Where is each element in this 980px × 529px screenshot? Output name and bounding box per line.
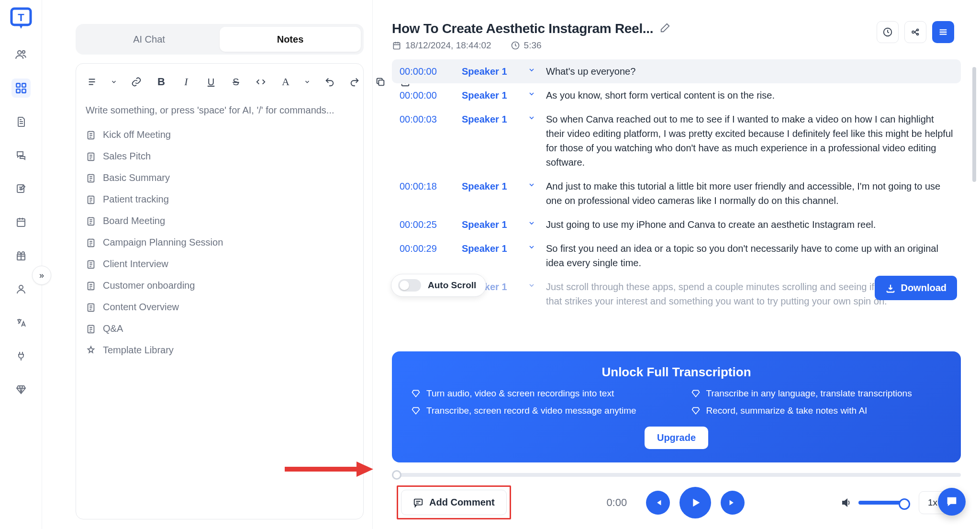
- unlock-title: Unlock Full Transcription: [411, 365, 942, 380]
- font-icon[interactable]: A: [279, 75, 292, 89]
- svg-point-28: [917, 34, 919, 35]
- add-comment-highlight: Add Comment: [397, 485, 511, 519]
- menu-button[interactable]: [932, 21, 954, 43]
- editor-card: B I U S A: [76, 63, 364, 519]
- expand-sidebar-button[interactable]: »: [32, 266, 51, 285]
- calendar-icon[interactable]: [11, 213, 31, 232]
- current-time: 0:00: [606, 496, 627, 509]
- progress-handle[interactable]: [392, 470, 401, 480]
- tab-ai-chat[interactable]: AI Chat: [78, 27, 220, 52]
- svg-point-3: [22, 51, 24, 53]
- svg-rect-9: [17, 219, 25, 226]
- help-chat-button[interactable]: [938, 488, 966, 516]
- code-icon[interactable]: [254, 75, 267, 89]
- svg-text:T: T: [18, 11, 24, 23]
- auto-scroll-label: Auto Scroll: [428, 280, 476, 291]
- svg-point-2: [17, 51, 21, 55]
- gift-icon[interactable]: [11, 246, 31, 265]
- annotation-arrow: [285, 460, 376, 479]
- tab-notes[interactable]: Notes: [220, 27, 361, 52]
- chat-icon[interactable]: [11, 146, 31, 165]
- italic-icon[interactable]: I: [179, 75, 193, 89]
- template-item[interactable]: Template Library: [86, 345, 354, 356]
- undo-icon[interactable]: [323, 75, 336, 89]
- history-button[interactable]: [877, 21, 899, 43]
- svg-point-11: [19, 285, 23, 289]
- notes-icon[interactable]: [11, 179, 31, 198]
- transcription-panel: How To Create Aesthetic Instagram Reel..…: [372, 0, 980, 529]
- unlock-feature: Transcribe in any language, translate tr…: [691, 388, 942, 399]
- template-item[interactable]: Campaign Planning Session: [86, 237, 354, 248]
- transcript-list[interactable]: 00:00:00Speaker 1What's up everyone?00:0…: [373, 56, 980, 345]
- strikethrough-icon[interactable]: S: [229, 75, 243, 89]
- nav-rail: T »: [0, 0, 42, 529]
- template-item[interactable]: Q&A: [86, 323, 354, 334]
- transcript-line[interactable]: 00:00:03Speaker 1So when Canva reached o…: [392, 107, 961, 174]
- chevron-down-icon[interactable]: [111, 75, 117, 89]
- translate-icon[interactable]: [11, 313, 31, 332]
- svg-rect-29: [414, 499, 423, 505]
- unlock-banner: Unlock Full Transcription Turn audio, vi…: [392, 351, 961, 462]
- unlock-feature: Transcribe, screen record & video messag…: [411, 405, 662, 416]
- redo-icon[interactable]: [348, 75, 361, 89]
- transcript-line[interactable]: 00:00:00Speaker 1What's up everyone?: [392, 59, 961, 83]
- svg-rect-6: [16, 89, 20, 93]
- svg-rect-5: [22, 83, 26, 87]
- template-item[interactable]: Basic Summary: [86, 172, 354, 183]
- underline-icon[interactable]: U: [204, 75, 218, 89]
- svg-marker-31: [356, 461, 373, 477]
- tabs: AI Chat Notes: [76, 24, 364, 55]
- dashboard-icon[interactable]: [11, 79, 31, 98]
- template-item[interactable]: Kick off Meeting: [86, 129, 354, 140]
- unlock-feature: Turn audio, video & screen recordings in…: [411, 388, 662, 399]
- next-button[interactable]: [721, 491, 745, 515]
- duration-meta: 5:36: [511, 40, 542, 51]
- notes-panel: AI Chat Notes B I U S A: [42, 0, 372, 529]
- template-item[interactable]: Customer onboarding: [86, 280, 354, 291]
- scrollbar-thumb[interactable]: [972, 67, 976, 182]
- transcript-line[interactable]: 00:00:25Speaker 1Just going to use my iP…: [392, 213, 961, 236]
- template-item[interactable]: Content Overview: [86, 302, 354, 313]
- transcript-line[interactable]: 00:00:00Speaker 1As you know, short form…: [392, 83, 961, 107]
- editor-toolbar: B I U S A: [86, 72, 354, 91]
- volume-control[interactable]: [840, 497, 906, 508]
- progress-bar[interactable]: [392, 473, 961, 477]
- svg-rect-7: [22, 89, 26, 93]
- template-item[interactable]: Client Interview: [86, 259, 354, 270]
- svg-point-26: [912, 31, 914, 34]
- template-list: Kick off MeetingSales PitchBasic Summary…: [86, 129, 354, 356]
- chevron-down-icon[interactable]: [304, 75, 311, 89]
- link-icon[interactable]: [130, 75, 143, 89]
- template-item[interactable]: Board Meeting: [86, 215, 354, 226]
- download-button[interactable]: Download: [875, 276, 957, 300]
- svg-rect-23: [393, 43, 400, 49]
- add-comment-button[interactable]: Add Comment: [401, 490, 507, 515]
- date-meta: 18/12/2024, 18:44:02: [392, 40, 491, 51]
- page-title: How To Create Aesthetic Instagram Reel..…: [392, 21, 653, 36]
- svg-point-27: [917, 29, 919, 31]
- plug-icon[interactable]: [11, 347, 31, 366]
- people-icon[interactable]: [11, 45, 31, 64]
- template-item[interactable]: Patient tracking: [86, 194, 354, 205]
- template-item[interactable]: Sales Pitch: [86, 151, 354, 162]
- profile-icon[interactable]: [11, 280, 31, 299]
- share-button[interactable]: [904, 21, 926, 43]
- app-logo[interactable]: T: [9, 6, 33, 31]
- paragraph-menu-icon[interactable]: [86, 75, 99, 89]
- unlock-feature: Record, summarize & take notes with AI: [691, 405, 942, 416]
- svg-rect-4: [16, 83, 20, 87]
- document-icon[interactable]: [11, 112, 31, 131]
- auto-scroll-toggle[interactable]: Auto Scroll: [391, 274, 486, 297]
- editor-placeholder[interactable]: Write something, or press 'space' for AI…: [86, 105, 354, 116]
- upgrade-button[interactable]: Upgrade: [645, 427, 708, 449]
- transcript-line[interactable]: 00:00:18Speaker 1And just to make this t…: [392, 174, 961, 213]
- edit-title-icon[interactable]: [660, 23, 670, 35]
- transcript-line[interactable]: 00:00:29Speaker 1So first you need an id…: [392, 236, 961, 275]
- bold-icon[interactable]: B: [155, 75, 168, 89]
- prev-button[interactable]: [646, 491, 670, 515]
- diamond-icon[interactable]: [11, 380, 31, 399]
- toggle-switch[interactable]: [398, 279, 421, 292]
- play-button[interactable]: [679, 487, 711, 518]
